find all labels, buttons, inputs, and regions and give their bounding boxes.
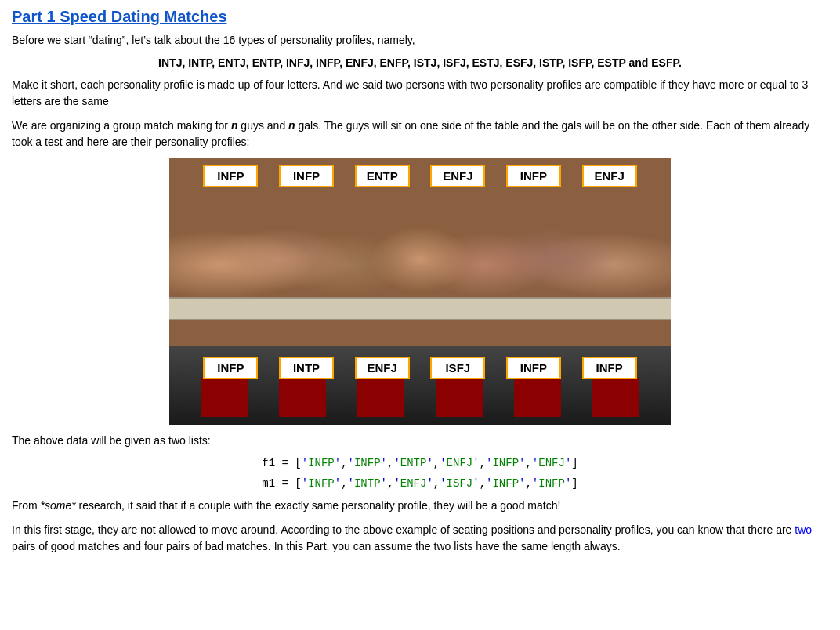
para5-two: two xyxy=(795,523,812,536)
m1-eq: = [ xyxy=(275,477,302,490)
code-m1: m1 = ['INFP','INTP','ENFJ','ISFJ','INFP'… xyxy=(12,477,828,490)
paragraph-3: We are organizing a group match making f… xyxy=(12,118,828,150)
guy-label-3: ENFJ xyxy=(355,357,410,379)
gal-label-3: ENTP xyxy=(355,165,410,187)
f1-eq: = [ xyxy=(275,457,302,469)
paragraph-5: In this first stage, they are not allowe… xyxy=(12,522,828,555)
guy-label-5: INFP xyxy=(506,357,561,379)
chair-1 xyxy=(201,378,248,417)
gal-label-4: ENFJ xyxy=(430,165,485,187)
gal-label-1: INFP xyxy=(203,165,258,187)
chair-6 xyxy=(592,378,639,417)
personality-types-list: INTJ, INTP, ENTJ, ENTP, INFJ, INFP, ENFJ… xyxy=(12,56,828,69)
para3-before: We are organizing a group match making f… xyxy=(12,119,231,132)
guys-labels-row: INFP INTP ENFJ ISFJ INFP INFP xyxy=(169,357,671,379)
chair-2 xyxy=(279,378,326,417)
gal-label-6: ENFJ xyxy=(582,165,637,187)
para3-middle: guys and xyxy=(237,119,288,132)
crowd-image: INFP INFP ENTP ENFJ INFP ENFJ INFP INTP … xyxy=(169,158,671,425)
gal-label-2: INFP xyxy=(279,165,334,187)
guy-label-1: INFP xyxy=(203,357,258,379)
chair-3 xyxy=(357,378,404,417)
m1-var: m1 xyxy=(262,477,275,490)
f1-var: f1 xyxy=(262,457,275,469)
guy-label-6: INFP xyxy=(582,357,637,379)
paragraph-2: Make it short, each personality profile … xyxy=(12,77,828,110)
speed-dating-image-container: INFP INFP ENTP ENFJ INFP ENFJ INFP INTP … xyxy=(169,158,671,425)
page-title: Part 1 Speed Dating Matches xyxy=(12,8,828,26)
gal-label-5: INFP xyxy=(506,165,561,187)
f1-v1c: ' xyxy=(335,457,341,469)
chair-5 xyxy=(514,378,561,417)
table-line xyxy=(169,297,671,320)
paragraph-4: From *some* research, it said that if a … xyxy=(12,498,828,514)
red-chairs xyxy=(169,378,671,417)
guy-label-4: ISFJ xyxy=(430,357,485,379)
chair-4 xyxy=(436,378,483,417)
code-f1: f1 = ['INFP','INFP','ENTP','ENFJ','INFP'… xyxy=(12,457,828,469)
f1-v1: ' xyxy=(302,457,308,469)
gals-labels-row: INFP INFP ENTP ENFJ INFP ENFJ xyxy=(169,165,671,187)
paragraph-1: Before we start “dating”, let’s talk abo… xyxy=(12,32,828,49)
guy-label-2: INTP xyxy=(279,357,334,379)
f1-s1: INFP xyxy=(308,457,335,469)
para5-before: In this first stage, they are not allowe… xyxy=(12,523,795,536)
data-intro: The above data will be given as two list… xyxy=(12,433,828,449)
para5-middle: pairs of good matches and four pairs of … xyxy=(12,540,621,552)
para1-text: Before we start “dating”, let’s talk abo… xyxy=(12,34,415,46)
para3-n2: n xyxy=(288,119,295,132)
some-asterisk: *some* xyxy=(41,499,76,512)
